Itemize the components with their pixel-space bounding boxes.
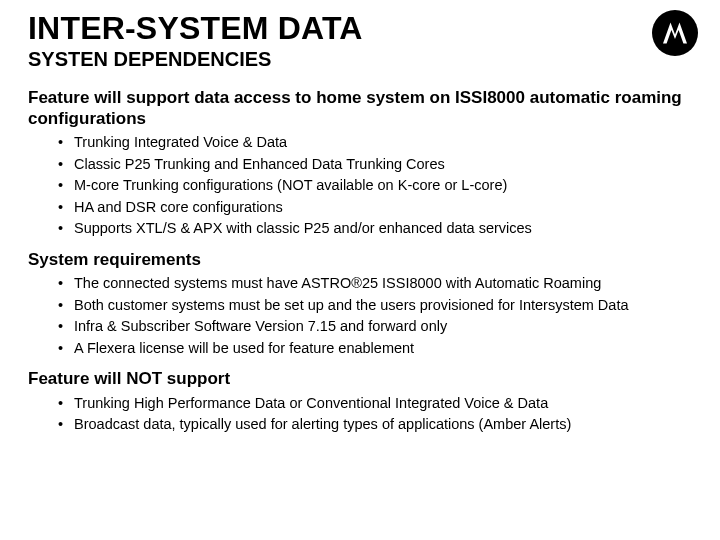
page-title: INTER-SYSTEM DATA — [28, 12, 692, 46]
list-item: Supports XTL/S & APX with classic P25 an… — [28, 219, 692, 239]
list-item: Trunking High Performance Data or Conven… — [28, 394, 692, 414]
list-item: M-core Trunking configurations (NOT avai… — [28, 176, 692, 196]
list-item: Infra & Subscriber Software Version 7.15… — [28, 317, 692, 337]
list-item: A Flexera license will be used for featu… — [28, 339, 692, 359]
list-item: Both customer systems must be set up and… — [28, 296, 692, 316]
bullet-list-requirements: The connected systems must have ASTRO®25… — [28, 274, 692, 358]
section-heading-support: Feature will support data access to home… — [28, 87, 692, 130]
section-heading-requirements: System requirements — [28, 249, 692, 270]
bullet-list-support: Trunking Integrated Voice & Data Classic… — [28, 133, 692, 239]
motorola-icon — [660, 18, 690, 48]
brand-logo — [652, 10, 698, 56]
list-item: HA and DSR core configurations — [28, 198, 692, 218]
list-item: Broadcast data, typically used for alert… — [28, 415, 692, 435]
bullet-list-notsupport: Trunking High Performance Data or Conven… — [28, 394, 692, 435]
section-heading-notsupport: Feature will NOT support — [28, 368, 692, 389]
list-item: Trunking Integrated Voice & Data — [28, 133, 692, 153]
list-item: Classic P25 Trunking and Enhanced Data T… — [28, 155, 692, 175]
page-subtitle: SYSTEN DEPENDENCIES — [28, 48, 692, 71]
list-item: The connected systems must have ASTRO®25… — [28, 274, 692, 294]
